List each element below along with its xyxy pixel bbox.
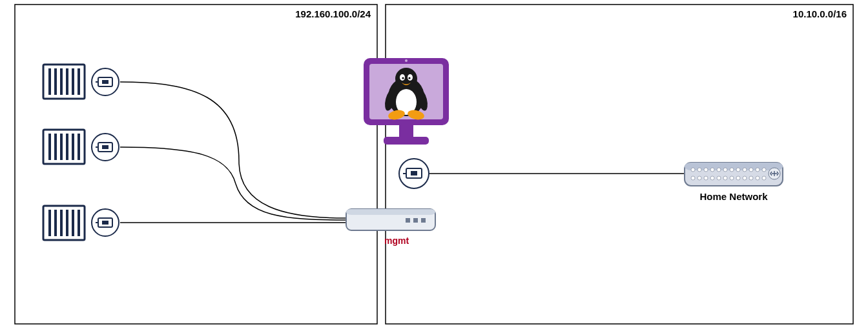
linux-host-icon [364,58,449,145]
svg-rect-27 [102,145,108,149]
svg-point-71 [762,168,766,172]
nic-icon [92,68,119,95]
nic-icon [92,209,119,236]
svg-point-40 [405,59,408,62]
home-switch-label: Home Network [699,191,768,202]
svg-point-60 [691,168,695,172]
svg-point-76 [717,176,721,180]
bridge-device [346,209,435,230]
svg-point-82 [756,176,760,180]
svg-point-73 [698,176,701,180]
svg-point-68 [743,168,747,172]
svg-point-62 [704,168,708,172]
svg-point-81 [749,176,753,180]
svg-point-77 [723,176,727,180]
svg-point-65 [723,168,727,172]
svg-point-83 [762,176,766,180]
svg-point-79 [736,176,740,180]
svg-rect-37 [421,218,426,223]
svg-point-61 [698,168,701,172]
svg-rect-36 [413,218,418,223]
svg-point-72 [691,176,695,180]
svg-rect-23 [102,80,108,84]
nic-icon [92,134,119,161]
network-diagram: 192.160.100.0/24 10.10.0.0/16 [0,0,868,331]
svg-rect-35 [406,218,410,223]
svg-rect-56 [411,171,417,176]
svg-point-44 [395,68,417,90]
container-2 [43,130,85,164]
svg-point-67 [736,168,740,172]
svg-point-74 [704,176,708,180]
svg-point-49 [408,77,410,79]
container-1 [43,65,85,99]
svg-point-63 [710,168,714,172]
svg-point-78 [730,176,734,180]
svg-rect-41 [399,125,413,137]
svg-point-48 [402,77,404,79]
svg-point-75 [710,176,714,180]
svg-point-80 [743,176,747,180]
svg-point-66 [730,168,734,172]
svg-point-64 [717,168,721,172]
svg-point-69 [749,168,753,172]
home-switch-icon [685,163,783,186]
svg-rect-42 [384,137,429,145]
svg-point-70 [756,168,760,172]
container-3 [43,206,85,240]
bridge-label: mgmt [384,236,409,246]
zone-right-cidr: 10.10.0.0/16 [793,8,847,19]
zone-left-cidr: 192.160.100.0/24 [295,8,371,19]
svg-rect-31 [102,221,108,225]
zone-right [386,5,853,324]
nic-icon [399,159,429,188]
svg-rect-34 [346,209,435,215]
